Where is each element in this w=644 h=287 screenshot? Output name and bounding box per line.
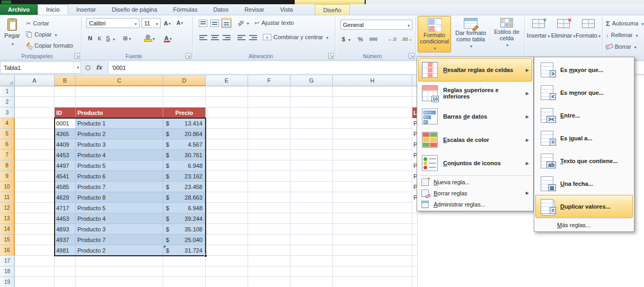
paste-button[interactable]: Pegar <box>2 16 23 53</box>
cell-B7[interactable]: 4453 <box>55 150 76 160</box>
cell-C6[interactable]: Producto 3 <box>76 139 163 150</box>
row-header-11[interactable]: 11 <box>0 192 15 203</box>
row-header-16[interactable]: 16 <box>0 245 15 256</box>
conditional-formatting-button[interactable]: Formato condicional <box>418 16 451 52</box>
cell-B4[interactable]: 0001 <box>55 118 76 129</box>
cell-D13[interactable]: $39.244 <box>163 213 206 224</box>
cell-D9[interactable]: $23.162 <box>163 171 206 182</box>
alignment-dialog-launcher[interactable] <box>328 53 334 59</box>
cell-B16[interactable]: 4981 <box>55 245 76 256</box>
insert-cells-button[interactable]: + Insertar <box>526 16 550 52</box>
decrease-decimal-button[interactable]: .00→ <box>400 34 414 44</box>
col-header-b[interactable]: B <box>55 75 76 86</box>
col-header-d[interactable]: D <box>163 75 206 86</box>
font-name-combo[interactable]: Calibri <box>86 18 139 28</box>
font-color-button[interactable]: A <box>163 33 173 43</box>
cell-C14[interactable]: Producto 3 <box>76 224 163 235</box>
menu-item-resaltar-reglas-de-celdas[interactable]: Resaltar reglas de celdas▶ <box>418 58 532 82</box>
wrap-text-button[interactable]: ↩ Ajustar texto <box>253 18 295 28</box>
cell-B9[interactable]: 4541 <box>55 171 76 182</box>
menu-item-es-igual-a[interactable]: =Es igual a... <box>535 127 633 149</box>
orientation-button[interactable]: ab <box>236 18 251 28</box>
row-header-18[interactable]: 18 <box>0 266 15 277</box>
row-header-2[interactable]: 2 <box>0 97 15 107</box>
increase-decimal-button[interactable]: ←.0 <box>386 34 398 44</box>
dropdown-arrow-icon[interactable] <box>112 35 115 42</box>
clipboard-dialog-launcher[interactable] <box>74 53 80 59</box>
table-header-cell-precio[interactable]: Precio <box>163 107 206 118</box>
row-header-15[interactable]: 15 <box>0 235 15 245</box>
number-dialog-launcher[interactable] <box>409 53 414 59</box>
tab-vista[interactable]: Vista <box>272 4 301 15</box>
row-header-10[interactable]: 10 <box>0 182 15 192</box>
bold-button[interactable]: N <box>86 33 94 43</box>
cell-D16[interactable]: $31.724 <box>163 245 206 256</box>
align-bottom-button[interactable] <box>221 18 232 28</box>
menu-item-borrar-reglas[interactable]: Borrar reglas▶ <box>418 187 532 199</box>
cell-C16[interactable]: Producto 2 <box>76 245 163 256</box>
row-header-8[interactable]: 8 <box>0 160 15 171</box>
cell-D5[interactable]: $20.864 <box>163 129 206 139</box>
col-header-f[interactable]: F <box>248 75 290 86</box>
menu-item-duplicar-valores[interactable]: =Duplicar valores... <box>535 195 633 218</box>
cell-B10[interactable]: 4585 <box>55 182 76 192</box>
cell-B15[interactable]: 4937 <box>55 235 76 245</box>
copy-button[interactable]: Copiar <box>24 30 58 39</box>
col-header-c[interactable]: C <box>76 75 163 86</box>
cell-C15[interactable]: Producto 7 <box>76 235 163 245</box>
cell-C5[interactable]: Producto 2 <box>76 129 163 139</box>
menu-item-texto-que-contiene[interactable]: abTexto que contiene... <box>535 149 633 172</box>
row-header-17[interactable]: 17 <box>0 256 15 266</box>
clear-button[interactable]: Borrar <box>604 42 638 51</box>
row-header-13[interactable]: 13 <box>0 213 15 224</box>
shrink-font-button[interactable]: A▾ <box>175 18 184 28</box>
row-header-1[interactable]: 1 <box>0 86 15 97</box>
fill-handle[interactable] <box>204 254 207 257</box>
decrease-indent-button[interactable] <box>236 32 246 42</box>
row-header-7[interactable]: 7 <box>0 150 15 160</box>
format-painter-button[interactable]: Copiar formato <box>24 41 75 50</box>
increase-indent-button[interactable] <box>248 32 258 42</box>
cell-C11[interactable]: Producto 8 <box>76 192 163 203</box>
tab-insertar[interactable]: Insertar <box>68 4 104 15</box>
fill-color-button[interactable] <box>143 33 156 43</box>
tab-diseno-de-pagina[interactable]: Diseño de página <box>104 4 165 15</box>
cell-D8[interactable]: $6.948 <box>163 160 206 171</box>
menu-item-escalas-de-color[interactable]: Escalas de color▶ <box>418 128 532 151</box>
col-header-e[interactable]: E <box>206 75 248 86</box>
menu-item-es-menor-que[interactable]: <Es menor que... <box>535 81 633 104</box>
menu-item-conjuntos-de-iconos[interactable]: Conjuntos de iconos▶ <box>418 151 532 175</box>
row-header-6[interactable]: 6 <box>0 139 15 150</box>
percent-style-button[interactable]: % <box>356 34 365 44</box>
font-dialog-launcher[interactable] <box>186 53 191 59</box>
row-header-9[interactable]: 9 <box>0 171 15 182</box>
align-center-button[interactable] <box>209 32 220 42</box>
cell-C13[interactable]: Producto 4 <box>76 213 163 224</box>
autosum-button[interactable]: Σ Autosuma <box>604 19 644 28</box>
row-header-19[interactable]: 19 <box>0 277 15 287</box>
borders-button[interactable]: ⊞ <box>121 33 133 43</box>
cell-B6[interactable]: 4409 <box>55 139 76 150</box>
row-header-12[interactable]: 12 <box>0 203 15 213</box>
grow-font-button[interactable]: A▴ <box>163 18 172 28</box>
cell-C8[interactable]: Producto 5 <box>76 160 163 171</box>
menu-item-administrar-reglas[interactable]: Administrar reglas... <box>418 199 532 210</box>
format-cells-button[interactable]: Formato <box>576 16 600 52</box>
cell-D6[interactable]: $4.567 <box>163 139 206 150</box>
cell-B8[interactable]: 4497 <box>55 160 76 171</box>
cell-B5[interactable]: 4365 <box>55 129 76 139</box>
col-header-a[interactable]: A <box>15 75 55 86</box>
fill-button[interactable]: ↓ Rellenar <box>604 30 639 40</box>
cell-D14[interactable]: $35.108 <box>163 224 206 235</box>
cell-B14[interactable]: 4893 <box>55 224 76 235</box>
cell-B11[interactable]: 4629 <box>55 192 76 203</box>
menu-item-mas-reglas[interactable]: Más reglas... <box>535 219 633 230</box>
row-header-14[interactable]: 14 <box>0 224 15 235</box>
italic-button[interactable]: K <box>96 33 103 43</box>
align-right-button[interactable] <box>221 32 232 42</box>
tab-archivo[interactable]: Archivo <box>0 4 38 15</box>
format-as-table-button[interactable]: Dar formato como tabla <box>453 16 488 52</box>
cell-styles-button[interactable]: Estilos de celda <box>490 16 523 52</box>
menu-item-barras-de-datos[interactable]: Barras de datos▶ <box>418 105 532 128</box>
align-middle-button[interactable] <box>209 18 220 28</box>
